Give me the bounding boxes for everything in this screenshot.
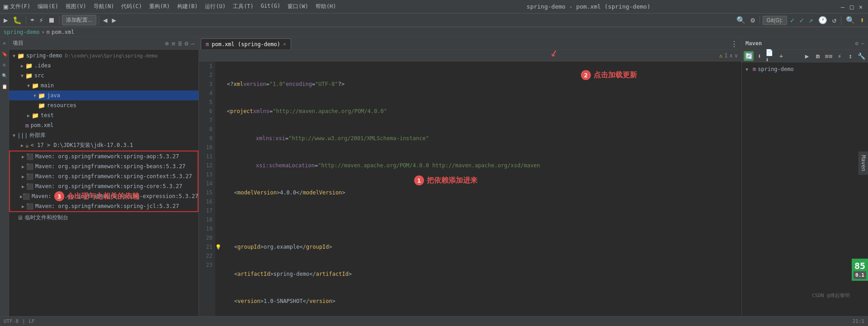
menu-item-h[interactable]: 帮助(H) bbox=[314, 2, 338, 11]
tree-pom[interactable]: ▶ m pom.xml bbox=[9, 120, 198, 130]
maven-settings-icon[interactable]: ⚙ bbox=[855, 40, 859, 47]
panel-close-icon[interactable]: — bbox=[191, 40, 195, 47]
git-rollback[interactable]: ↺ bbox=[830, 15, 839, 26]
menu-bar[interactable]: 文件(F)编辑(E)视图(V)导航(N)代码(C)重构(R)构建(B)运行(U)… bbox=[8, 2, 338, 11]
menu-item-v[interactable]: 视图(V) bbox=[64, 2, 88, 11]
panel-menu-icon[interactable]: ≣ bbox=[178, 40, 182, 47]
tree-expand-java[interactable]: ▼ bbox=[32, 93, 38, 98]
forward-btn[interactable]: ▶ bbox=[110, 15, 118, 26]
magnify-btn[interactable]: 🔍 bbox=[844, 15, 857, 26]
tree-resources[interactable]: ▶ 📁 resources bbox=[9, 100, 198, 110]
tree-root[interactable]: ▼ 📁 spring-demo D:\code\java\Spring\spri… bbox=[9, 51, 198, 61]
panel-gear-icon[interactable]: ⊕ bbox=[165, 40, 169, 47]
tree-expand-test[interactable]: ▶ bbox=[25, 113, 32, 118]
side-icon-2[interactable]: 🔖 bbox=[0, 50, 9, 58]
git-check2[interactable]: ✓ bbox=[797, 15, 806, 26]
tree-expand-src[interactable]: ▼ bbox=[19, 73, 25, 78]
menu-item-c[interactable]: 代码(C) bbox=[119, 2, 144, 11]
tree-main[interactable]: ▼ 📁 main bbox=[9, 80, 198, 90]
editor-tab-pom[interactable]: m pom.xml (spring-demo) ✕ bbox=[201, 38, 291, 49]
maven-download-docs-btn[interactable]: 📄⬇ bbox=[765, 51, 775, 61]
breadcrumb-project[interactable]: spring-demo bbox=[4, 29, 39, 35]
upload-btn[interactable]: ⬆ bbox=[858, 15, 866, 26]
tree-expand-idea[interactable]: ▶ bbox=[19, 63, 25, 68]
menu-item-f[interactable]: 文件(F) bbox=[8, 2, 33, 11]
tree-jdk[interactable]: ▶ ☕ < 17 > D:\JDK17安装\jdk-17.0.3.1 bbox=[9, 140, 198, 150]
menu-item-u[interactable]: 运行(U) bbox=[203, 2, 227, 11]
breadcrumb-file[interactable]: pom.xml bbox=[52, 29, 75, 35]
side-icon-3[interactable]: ⚙ bbox=[0, 61, 9, 69]
tree-expand-beans[interactable]: ▶ bbox=[20, 164, 26, 169]
menu-item-b[interactable]: 构建(B) bbox=[175, 2, 200, 11]
maven-run-btn[interactable]: ▶ bbox=[802, 51, 812, 61]
maven-power-btn[interactable]: ⚡ bbox=[835, 51, 844, 61]
git-button[interactable]: Git(G): bbox=[763, 16, 787, 25]
git-time[interactable]: 🕐 bbox=[816, 15, 829, 26]
debug-btn[interactable]: 🐛 bbox=[11, 15, 24, 26]
tree-expand-jcl[interactable]: ▶ bbox=[20, 204, 26, 209]
tree-expand-context[interactable]: ▶ bbox=[20, 174, 26, 179]
menu-item-gitg[interactable]: Git(G) bbox=[259, 2, 282, 11]
tree-java[interactable]: ▼ 📁 java bbox=[9, 90, 198, 100]
tree-temp[interactable]: ▶ 🖥 临时文件和控制台 bbox=[9, 213, 198, 222]
editor-content[interactable]: 1 2 3 4 5 6 7 8 9 10 11 12 13 14 15 16 1… bbox=[199, 61, 741, 316]
maven-minimize-icon[interactable]: — bbox=[861, 40, 864, 47]
search-everywhere-btn[interactable]: 🔍 bbox=[735, 15, 747, 26]
side-icon-1[interactable]: ≡ bbox=[0, 39, 9, 47]
tree-spring-beans[interactable]: ▶ ⬛ Maven: org.springframework:spring-be… bbox=[10, 161, 198, 171]
menu-item-r[interactable]: 重构(R) bbox=[147, 2, 172, 11]
tab-close-icon[interactable]: ✕ bbox=[283, 41, 286, 47]
back-btn[interactable]: ◀ bbox=[101, 15, 109, 26]
tree-external-libs[interactable]: ▼ ||| 外部库 bbox=[9, 130, 198, 140]
collapse-icon[interactable]: ∨ bbox=[735, 52, 738, 59]
git-push[interactable]: ↗ bbox=[807, 15, 815, 26]
side-icon-4[interactable]: 🔍 bbox=[0, 71, 9, 80]
tree-spring-context[interactable]: ▶ ⬛ Maven: org.springframework:spring-co… bbox=[10, 171, 198, 181]
tree-spring-jcl[interactable]: ▶ ⬛ Maven: org.springframework:spring-jc… bbox=[10, 201, 198, 211]
run-btn[interactable]: ▶ bbox=[2, 15, 10, 26]
tree-spring-aop[interactable]: ▶ ⬛ Maven: org.springframework:spring-ao… bbox=[10, 151, 198, 161]
panel-list-icon[interactable]: ≡ bbox=[171, 40, 175, 47]
maven-collapse-btn[interactable]: ↕ bbox=[845, 51, 855, 61]
tree-expand-libs[interactable]: ▼ bbox=[11, 133, 17, 138]
menu-item-e[interactable]: 编辑(E) bbox=[36, 2, 60, 11]
maven-expand-icon[interactable]: ▼ bbox=[745, 67, 751, 72]
toolbar-right: 🔍 ⚙ Git(G): ✓ ✓ ↗ 🕐 ↺ 🔍 ⬆ bbox=[735, 15, 866, 26]
profile-btn[interactable]: ⚡ bbox=[37, 15, 45, 26]
maven-wrench-btn[interactable]: 🔧 bbox=[856, 51, 866, 61]
panel-settings-icon[interactable]: ⚙ bbox=[184, 40, 188, 47]
settings-btn[interactable]: ⚙ bbox=[749, 15, 757, 26]
tree-src[interactable]: ▼ 📁 src bbox=[9, 71, 198, 80]
coverage-btn[interactable]: ☂ bbox=[28, 15, 37, 26]
editor-settings-btn[interactable]: ⋮ bbox=[729, 38, 740, 49]
menu-item-n[interactable]: 导航(N) bbox=[92, 2, 116, 11]
tree-expand-jdk[interactable]: ▶ bbox=[19, 143, 25, 148]
tree-expand-main[interactable]: ▼ bbox=[25, 83, 32, 88]
side-icon-5[interactable]: 📋 bbox=[0, 82, 9, 90]
tree-test[interactable]: ▶ 📁 test bbox=[9, 110, 198, 120]
expand-icon[interactable]: ∧ bbox=[730, 52, 733, 59]
tree-expand-aop[interactable]: ▶ bbox=[20, 154, 26, 159]
tree-idea[interactable]: ▶ 📁 .idea bbox=[9, 61, 198, 71]
maximize-btn[interactable]: □ bbox=[848, 3, 855, 10]
maven-lifecycle-btn[interactable]: ≡≡ bbox=[824, 51, 834, 61]
menu-item-t[interactable]: 工具(T) bbox=[231, 2, 255, 11]
code-editor[interactable]: <?xml version="1.0" encoding="UTF-8"?> <… bbox=[223, 61, 741, 316]
close-btn[interactable]: ✕ bbox=[857, 3, 864, 10]
stop-btn[interactable]: ⏹ bbox=[46, 15, 57, 26]
maven-side-tab[interactable]: Maven bbox=[859, 151, 868, 175]
menu-item-w[interactable]: 窗口(W) bbox=[286, 2, 310, 11]
window-controls[interactable]: — □ ✕ bbox=[839, 3, 864, 10]
git-check1[interactable]: ✓ bbox=[788, 15, 797, 26]
maven-spring-demo[interactable]: ▼ m spring-demo bbox=[744, 64, 866, 74]
maven-m-btn[interactable]: m bbox=[813, 51, 823, 61]
tree-spring-core[interactable]: ▶ ⬛ Maven: org.springframework:spring-co… bbox=[10, 181, 198, 191]
maven-reload-btn[interactable]: 🔄 bbox=[744, 51, 754, 61]
tree-expand-root[interactable]: ▼ bbox=[11, 53, 17, 58]
maven-download-sources-btn[interactable]: ⬇ bbox=[755, 51, 764, 61]
maven-add-btn[interactable]: + bbox=[776, 51, 786, 61]
tree-expand-core[interactable]: ▶ bbox=[20, 184, 26, 189]
add-config-button[interactable]: 添加配置... bbox=[62, 15, 96, 25]
status-line-ending: LF bbox=[29, 318, 35, 324]
minimize-btn[interactable]: — bbox=[839, 3, 846, 10]
